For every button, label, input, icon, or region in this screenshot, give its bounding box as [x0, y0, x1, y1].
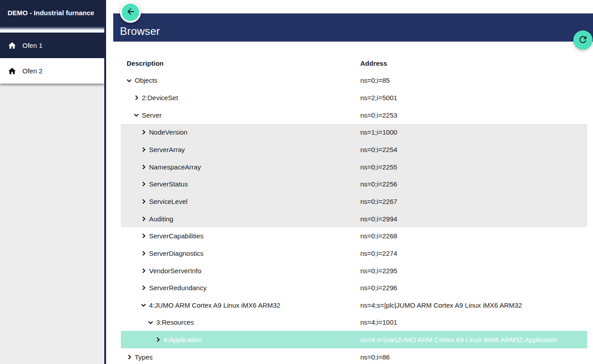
table-row[interactable]: 4:Application ns=4;s=|var|JUMO ARM Corte… — [121, 331, 587, 348]
node-label: ServerRedundancy — [149, 284, 206, 292]
row-description-cell: NamespaceArray — [121, 163, 360, 171]
chevron-right-icon[interactable] — [154, 336, 162, 343]
node-label: ServerArray — [149, 146, 185, 153]
table-header-row: Description Address — [121, 55, 587, 72]
node-address: ns=4;s=|var|JUMO ARM Cortex A9 Linux iMX… — [360, 336, 587, 343]
page-title: Browser — [120, 25, 160, 38]
chevron-right-icon[interactable] — [140, 163, 147, 170]
table-row[interactable]: ServerCapabilities ns=0;i=2268 — [121, 227, 587, 245]
node-address: ns=0;i=2994 — [360, 215, 587, 223]
app-title: DEMO - Industrial furnance — [0, 0, 104, 25]
node-label: ServerCapabilities — [149, 232, 204, 240]
node-address: ns=0;i=2256 — [360, 180, 587, 188]
node-label: 3:Resources — [156, 318, 194, 326]
table-row[interactable]: 3:Resources ns=4;i=1001 — [121, 314, 587, 331]
table-row[interactable]: Objects ns=0;i=85 — [121, 72, 587, 89]
table-row[interactable]: ServerRedundancy ns=0;i=2296 — [121, 279, 587, 296]
table-row[interactable]: Types ns=0;i=86 — [121, 348, 587, 364]
table-row[interactable]: Server ns=0;i=2253 — [121, 106, 587, 124]
table-row[interactable]: Auditing ns=0;i=2994 — [121, 210, 587, 228]
table-row[interactable]: ServerStatus ns=0;i=2256 — [121, 175, 587, 193]
home-icon — [8, 67, 17, 76]
chevron-down-icon[interactable] — [133, 111, 140, 119]
node-address: ns=4;i=1001 — [360, 318, 587, 326]
row-description-cell: ServerDiagnostics — [121, 250, 360, 257]
node-label: NamespaceArray — [149, 163, 201, 171]
chevron-right-icon[interactable] — [140, 233, 147, 240]
node-label: 2:DeviceSet — [142, 94, 178, 102]
node-address: ns=2;i=5001 — [360, 94, 587, 102]
row-description-cell: ServiceLevel — [121, 198, 360, 205]
table-row[interactable]: ServerArray ns=0;i=2254 — [121, 141, 587, 158]
node-address: ns=0;i=2295 — [360, 267, 587, 275]
sidebar-item-label: Ofen 1 — [22, 42, 43, 49]
back-button[interactable] — [120, 2, 141, 23]
node-label: Server — [142, 111, 162, 119]
home-icon — [8, 41, 17, 50]
node-address: ns=0;i=2268 — [360, 232, 587, 240]
row-description-cell: 4:JUMO ARM Cortex A9 Linux iMX6 ARM32 — [121, 301, 360, 309]
row-description-cell: 3:Resources — [121, 318, 360, 326]
row-description-cell: Types — [121, 353, 360, 361]
row-description-cell: VendorServerInfo — [121, 267, 360, 275]
sidebar-item-label: Ofen 2 — [22, 67, 43, 75]
node-label: Types — [135, 353, 153, 361]
row-description-cell: 4:Application — [121, 336, 360, 343]
table-row[interactable]: 2:DeviceSet ns=2;i=5001 — [121, 89, 587, 106]
sidebar-item-ofen-2[interactable]: Ofen 2 — [0, 58, 104, 84]
node-label: Auditing — [149, 215, 173, 223]
chevron-right-icon[interactable] — [140, 284, 147, 292]
table-row[interactable]: NodeVersion ns=1;i=1000 — [121, 124, 587, 141]
table-row[interactable]: VendorServerInfo ns=0;i=2295 — [121, 262, 587, 279]
column-header-description: Description — [121, 59, 360, 67]
table-row[interactable]: ServerDiagnostics ns=0;i=2274 — [121, 245, 587, 262]
node-address: ns=0;i=85 — [360, 76, 587, 84]
row-description-cell: NodeVersion — [121, 128, 360, 136]
node-address: ns=0;i=2296 — [360, 284, 587, 292]
chevron-down-icon[interactable] — [126, 77, 133, 84]
chevron-right-icon[interactable] — [140, 267, 147, 274]
chevron-right-icon[interactable] — [140, 181, 147, 188]
node-label: Objects — [135, 76, 158, 84]
sidebar: DEMO - Industrial furnance Ofen 1 Ofen 2 — [0, 0, 106, 364]
row-description-cell: Server — [121, 111, 360, 119]
browser-tree: Description Address Objects ns=0;i=85 2:… — [121, 55, 587, 364]
node-address: ns=0;i=2254 — [360, 146, 587, 153]
node-address: ns=1;i=1000 — [360, 128, 587, 136]
table-row[interactable]: ServiceLevel ns=0;i=2267 — [121, 193, 587, 210]
node-label: VendorServerInfo — [149, 267, 201, 275]
row-description-cell: ServerCapabilities — [121, 232, 360, 240]
chevron-right-icon[interactable] — [140, 129, 147, 136]
chevron-right-icon[interactable] — [140, 215, 147, 222]
tree-rows: Objects ns=0;i=85 2:DeviceSet ns=2;i=500… — [121, 72, 587, 364]
sidebar-item-ofen-1[interactable]: Ofen 1 — [0, 33, 104, 58]
chevron-right-icon[interactable] — [126, 353, 133, 360]
sidebar-divider — [0, 25, 104, 33]
chevron-down-icon[interactable] — [147, 319, 154, 326]
node-label: ServiceLevel — [149, 198, 188, 205]
chevron-down-icon[interactable] — [140, 301, 147, 309]
chevron-right-icon[interactable] — [140, 146, 147, 153]
node-address: ns=4;s=|plc|JUMO ARM Cortex A9 Linux iMX… — [360, 301, 587, 309]
browser-header: Browser — [113, 13, 593, 42]
column-header-address: Address — [360, 59, 587, 67]
chevron-right-icon[interactable] — [140, 250, 147, 257]
node-address: ns=0;i=2253 — [360, 111, 587, 119]
row-description-cell: Objects — [121, 76, 360, 84]
node-address: ns=0;i=2255 — [360, 163, 587, 171]
node-address: ns=0;i=86 — [360, 353, 587, 361]
node-label: 4:JUMO ARM Cortex A9 Linux iMX6 ARM32 — [149, 301, 280, 309]
arrow-left-icon — [126, 7, 136, 18]
sidebar-nav: Ofen 1 Ofen 2 — [0, 33, 104, 84]
row-description-cell: ServerRedundancy — [121, 284, 360, 292]
chevron-right-icon[interactable] — [133, 94, 140, 102]
table-row[interactable]: 4:JUMO ARM Cortex A9 Linux iMX6 ARM32 ns… — [121, 296, 587, 314]
node-address: ns=0;i=2267 — [360, 198, 587, 205]
refresh-button[interactable] — [573, 30, 593, 50]
node-label: 4:Application — [163, 336, 202, 343]
chevron-right-icon[interactable] — [140, 198, 147, 205]
node-label: ServerDiagnostics — [149, 250, 204, 257]
table-row[interactable]: NamespaceArray ns=0;i=2255 — [121, 158, 587, 176]
row-description-cell: Auditing — [121, 215, 360, 223]
row-description-cell: ServerStatus — [121, 180, 360, 188]
